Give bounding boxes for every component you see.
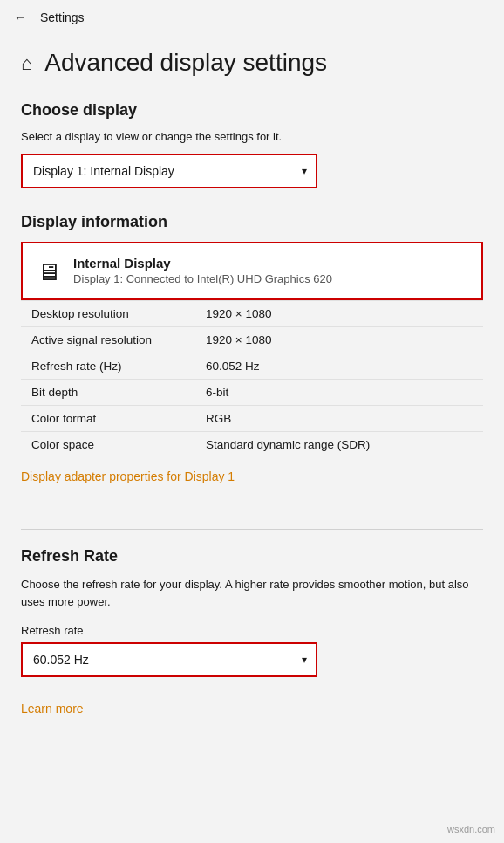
- adapter-properties-link[interactable]: Display adapter properties for Display 1: [21, 469, 235, 483]
- display-info-card: 🖥 Internal Display Display 1: Connected …: [21, 242, 483, 300]
- choose-display-title: Choose display: [21, 101, 483, 120]
- refresh-rate-desc: Choose the refresh rate for your display…: [21, 576, 483, 610]
- display-dropdown[interactable]: Display 1: Internal Display: [21, 154, 317, 188]
- refresh-rate-dropdown[interactable]: 60.052 Hz: [21, 642, 317, 677]
- page-content: ⌂ Advanced display settings Choose displ…: [0, 35, 504, 744]
- display-dropdown-wrapper: Display 1: Internal Display ▾: [21, 154, 317, 188]
- table-row: Color spaceStandard dynamic range (SDR): [21, 432, 483, 458]
- choose-display-section: Choose display Select a display to view …: [21, 101, 483, 213]
- table-cell-label: Color space: [21, 432, 195, 458]
- display-card-sub: Display 1: Connected to Intel(R) UHD Gra…: [73, 272, 467, 285]
- table-cell-value: 1920 × 1080: [195, 327, 483, 353]
- home-icon: ⌂: [21, 52, 32, 75]
- table-row: Active signal resolution1920 × 1080: [21, 327, 483, 353]
- table-row: Refresh rate (Hz)60.052 Hz: [21, 353, 483, 380]
- table-cell-value: RGB: [195, 406, 483, 432]
- title-bar: ← Settings: [0, 0, 504, 35]
- page-title: Advanced display settings: [44, 49, 327, 77]
- table-row: Color formatRGB: [21, 406, 483, 432]
- display-card-text: Internal Display Display 1: Connected to…: [73, 256, 467, 285]
- display-info-title: Display information: [21, 213, 483, 231]
- display-info-table: Desktop resolution1920 × 1080Active sign…: [21, 300, 483, 457]
- table-cell-value: 60.052 Hz: [195, 353, 483, 380]
- table-cell-label: Desktop resolution: [21, 301, 195, 327]
- table-cell-label: Refresh rate (Hz): [21, 353, 195, 380]
- refresh-rate-label: Refresh rate: [21, 624, 483, 637]
- refresh-rate-section: Refresh Rate Choose the refresh rate for…: [21, 547, 483, 698]
- watermark: wsxdn.com: [447, 824, 495, 834]
- divider: [21, 529, 483, 530]
- table-row: Bit depth6-bit: [21, 380, 483, 406]
- table-cell-value: 1920 × 1080: [195, 301, 483, 327]
- table-cell-value: 6-bit: [195, 380, 483, 406]
- choose-display-desc: Select a display to view or change the s…: [21, 130, 483, 143]
- learn-more-link[interactable]: Learn more: [21, 702, 84, 716]
- table-cell-value: Standard dynamic range (SDR): [195, 432, 483, 458]
- table-cell-label: Bit depth: [21, 380, 195, 406]
- page-header: ⌂ Advanced display settings: [21, 49, 483, 77]
- table-row: Desktop resolution1920 × 1080: [21, 301, 483, 327]
- back-button[interactable]: ←: [14, 10, 26, 24]
- display-card-name: Internal Display: [73, 256, 467, 271]
- monitor-icon: 🖥: [37, 257, 61, 286]
- table-cell-label: Active signal resolution: [21, 327, 195, 353]
- display-info-section: Display information 🖥 Internal Display D…: [21, 213, 483, 508]
- refresh-rate-title: Refresh Rate: [21, 547, 483, 565]
- refresh-rate-dropdown-wrapper: 60.052 Hz ▾: [21, 642, 317, 677]
- table-cell-label: Color format: [21, 406, 195, 432]
- title-bar-label: Settings: [40, 10, 85, 24]
